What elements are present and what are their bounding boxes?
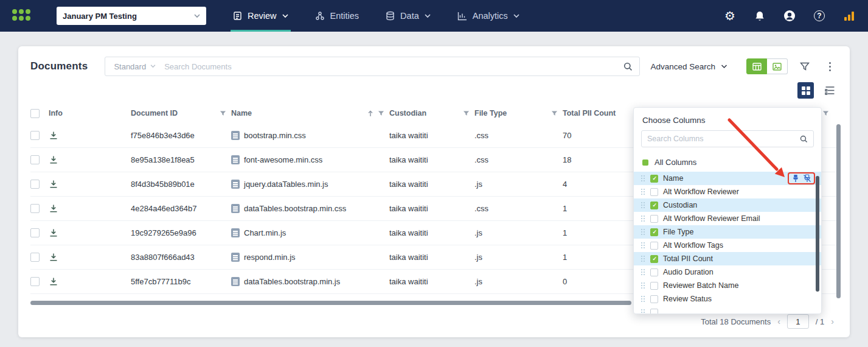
column-checkbox[interactable]: [650, 282, 658, 290]
download-icon[interactable]: [49, 131, 58, 140]
row-checkbox[interactable]: [30, 253, 40, 262]
document-name[interactable]: respond.min.js: [244, 253, 296, 262]
previous-page-button[interactable]: ‹: [777, 317, 780, 326]
search-scope-dropdown[interactable]: Standard: [105, 62, 164, 71]
drag-handle-icon[interactable]: [641, 242, 645, 249]
nav-tab-data[interactable]: Data: [386, 0, 431, 32]
column-checkbox[interactable]: [650, 202, 658, 209]
column-filter-icon[interactable]: [551, 110, 558, 117]
column-filter-icon[interactable]: [220, 110, 226, 117]
all-columns-row[interactable]: All Columns: [634, 153, 821, 172]
drag-handle-icon[interactable]: [641, 296, 645, 303]
row-checkbox[interactable]: [30, 277, 40, 286]
column-checkbox[interactable]: [650, 188, 658, 196]
file-type-value: .js: [474, 253, 482, 262]
column-filter-icon[interactable]: [822, 110, 829, 117]
document-id: f75e846b3e43d6e: [131, 131, 195, 140]
notifications-button[interactable]: [753, 9, 766, 23]
column-list-item[interactable]: Review Status: [634, 292, 821, 306]
document-name[interactable]: dataTables.bootstrap.min.css: [244, 204, 346, 213]
download-icon[interactable]: [49, 180, 58, 189]
drag-handle-icon[interactable]: [641, 216, 645, 222]
popup-scrollbar[interactable]: [816, 176, 819, 292]
workspace-select[interactable]: January PM Testing: [57, 7, 206, 25]
download-icon[interactable]: [49, 253, 58, 262]
search-input[interactable]: [164, 62, 617, 71]
filter-button[interactable]: [797, 58, 813, 74]
drag-handle-icon[interactable]: [641, 282, 645, 289]
row-checkbox[interactable]: [30, 131, 40, 140]
choose-columns-button[interactable]: [797, 82, 814, 99]
drag-handle-icon[interactable]: [641, 309, 645, 315]
row-checkbox[interactable]: [30, 204, 40, 213]
table-view-button[interactable]: [746, 58, 767, 74]
document-name[interactable]: jquery.dataTables.min.js: [244, 180, 328, 189]
account-button[interactable]: [783, 9, 796, 23]
column-list-item[interactable]: Custodian: [634, 198, 821, 212]
column-checkbox[interactable]: [650, 309, 658, 315]
chevron-down-icon: [721, 65, 727, 69]
horizontal-scrollbar[interactable]: [30, 301, 631, 305]
next-page-button[interactable]: ›: [831, 317, 834, 326]
document-name[interactable]: Chart.min.js: [244, 228, 286, 237]
all-columns-checkbox[interactable]: [642, 159, 648, 166]
column-checkbox[interactable]: [650, 268, 658, 276]
page-number-input[interactable]: 1: [787, 314, 809, 329]
more-options-button[interactable]: [822, 58, 838, 74]
column-list-item[interactable]: Audio Duration: [634, 265, 821, 279]
download-icon[interactable]: [49, 277, 58, 286]
drag-handle-icon[interactable]: [641, 202, 645, 209]
drag-handle-icon[interactable]: [641, 189, 645, 195]
usage-button[interactable]: [842, 9, 856, 23]
settings-button[interactable]: ⚙: [723, 9, 737, 23]
app-logo[interactable]: [12, 9, 32, 23]
download-icon[interactable]: [49, 155, 58, 164]
drag-handle-icon[interactable]: [641, 269, 645, 276]
column-list-item[interactable]: Reviewer Batch Name: [634, 279, 821, 292]
column-list-item[interactable]: File Type: [634, 225, 821, 239]
group-by-button[interactable]: [822, 83, 838, 99]
column-list-item[interactable]: Alt Workflow Reviewer: [634, 185, 821, 198]
column-checkbox[interactable]: [650, 242, 658, 250]
document-name[interactable]: font-awesome.min.css: [244, 155, 322, 164]
nav-tab-entities[interactable]: Entities: [315, 0, 359, 32]
custodian-value: taika waititi: [389, 253, 428, 262]
advanced-search-button[interactable]: Advanced Search: [650, 62, 727, 71]
column-list-item[interactable]: Name: [634, 172, 821, 185]
table-view-icon: [752, 63, 762, 71]
pin-icon[interactable]: [791, 174, 800, 183]
nav-tab-review[interactable]: Review: [233, 0, 288, 32]
column-list-item[interactable]: Alt Workflow Tags: [634, 239, 821, 252]
column-list-item[interactable]: [634, 306, 821, 314]
image-view-button[interactable]: [767, 58, 788, 74]
help-button[interactable]: [813, 9, 826, 23]
column-list-item[interactable]: Alt Workflow Reviewer Email: [634, 212, 821, 225]
row-checkbox[interactable]: [30, 155, 40, 164]
document-name[interactable]: bootstrap.min.css: [244, 131, 306, 140]
download-icon[interactable]: [49, 204, 58, 213]
custodian-value: taika waititi: [389, 277, 428, 286]
download-icon[interactable]: [49, 228, 58, 237]
drag-handle-icon[interactable]: [641, 256, 645, 262]
document-name[interactable]: dataTables.bootstrap.min.js: [244, 277, 340, 286]
search-button[interactable]: [617, 62, 639, 71]
unpin-icon[interactable]: [803, 174, 811, 183]
vertical-scrollbar[interactable]: [836, 124, 841, 298]
drag-handle-icon[interactable]: [641, 175, 645, 182]
row-checkbox[interactable]: [30, 228, 40, 237]
column-search-input[interactable]: [647, 135, 796, 143]
row-checkbox[interactable]: [30, 180, 40, 189]
column-checkbox[interactable]: [650, 295, 658, 303]
nav-tab-analytics[interactable]: Analytics: [457, 0, 519, 32]
sort-ascending-icon[interactable]: [367, 110, 373, 117]
column-checkbox[interactable]: [650, 255, 658, 263]
column-checkbox[interactable]: [650, 215, 658, 223]
column-checkbox[interactable]: [650, 175, 658, 183]
drag-handle-icon[interactable]: [641, 229, 645, 236]
column-filter-icon[interactable]: [378, 110, 384, 117]
column-checkbox[interactable]: [650, 228, 658, 236]
search-scope-label: Standard: [114, 62, 146, 71]
select-all-checkbox[interactable]: [30, 109, 40, 118]
column-list-item[interactable]: Total PII Count: [634, 252, 821, 265]
column-filter-icon[interactable]: [463, 110, 470, 117]
